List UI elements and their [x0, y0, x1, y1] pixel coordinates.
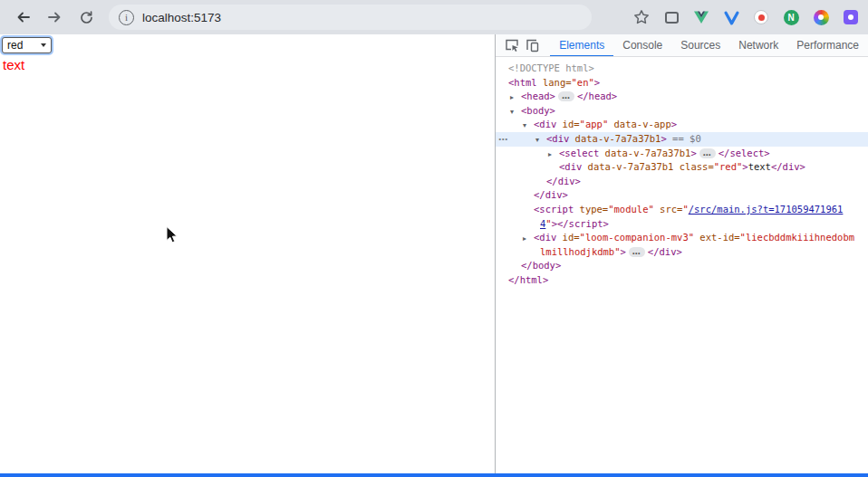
dom-tree-row[interactable]: ▸<div id="loom-companion-mv3" ext-id="li… [496, 231, 868, 245]
dom-tree-row[interactable]: <div data-v-7a7a37b1 class="red">text</d… [496, 160, 868, 175]
code-token-attr: id= [556, 119, 579, 129]
code-token-attr: lang= [537, 77, 572, 88]
toolbar-right-icons: N [633, 9, 859, 25]
dom-tree-row[interactable]: </body> [496, 259, 868, 273]
code-token-attr: src= [654, 204, 683, 215]
code-token-muted: <!DOCTYPE html> [508, 62, 594, 73]
dom-tree-row[interactable]: </html> [496, 273, 868, 288]
code-token-tag: <html [508, 77, 537, 88]
code-token-attr: data-v-7a7a37b1 [599, 148, 690, 158]
code-token-tag: <select [559, 148, 599, 158]
collapse-arrow-icon[interactable]: ▾ [523, 119, 526, 132]
reload-button[interactable] [76, 7, 96, 27]
code-token-val: "en" [572, 77, 594, 88]
forward-button[interactable] [44, 7, 64, 27]
dom-tree-row[interactable]: 4"></script> [496, 217, 868, 232]
code-token-tag: > [690, 148, 696, 158]
pinwheel-extension-icon[interactable] [813, 9, 829, 25]
dom-tree-row[interactable]: ▾<body> [496, 104, 868, 119]
purple-extension-icon[interactable] [843, 9, 859, 25]
dom-tree-row[interactable]: ▸<head>…</head> [496, 90, 868, 104]
code-token-tag: <div [559, 161, 582, 172]
code-token-val: "red" [714, 161, 743, 172]
devtools-tab-sources[interactable]: Sources [671, 34, 729, 57]
devtools-tab-network[interactable]: Network [729, 34, 787, 57]
collapse-arrow-icon[interactable]: ▾ [535, 133, 539, 147]
bookmark-star-icon[interactable] [633, 9, 650, 25]
expand-arrow-icon[interactable]: ▸ [548, 148, 552, 161]
code-token-tag: </div> [534, 189, 568, 200]
url-text: localhost:5173 [142, 11, 221, 24]
expand-arrow-icon[interactable]: ▸ [523, 232, 526, 245]
expand-arrow-icon[interactable]: ▸ [510, 91, 514, 104]
dom-tree-row[interactable]: ▾<div id="app" data-v-app> [496, 118, 868, 132]
nav-button-group [13, 7, 96, 27]
code-token-tag: <body> [521, 105, 555, 116]
inspect-element-icon[interactable] [503, 35, 522, 55]
code-token-val: "module" [608, 204, 654, 215]
device-toolbar-icon[interactable] [522, 35, 541, 55]
code-token-attr: data-v-7a7a37b1 [569, 133, 661, 144]
browser-window: i localhost:5173 N [0, 0, 868, 477]
dom-tree-row[interactable]: lmillhodjkdmb">…</div> [496, 245, 868, 260]
code-token-tag: </body> [521, 260, 561, 271]
code-token-text: text [748, 161, 771, 172]
devtools-tab-elements[interactable]: Elements [550, 34, 613, 57]
window-body: red text [0, 34, 868, 477]
devtools-tab-console[interactable]: Console [613, 34, 671, 57]
node-menu-dots-icon[interactable]: … [498, 130, 508, 145]
code-token-attr: id= [556, 232, 579, 243]
record-dot-icon [758, 14, 765, 21]
devtools-tab-performance[interactable]: Performance [787, 34, 868, 57]
color-select-value: red [7, 39, 23, 52]
code-token-attr: class= [673, 161, 713, 172]
dom-tree-row[interactable]: …▾<div data-v-7a7a37b1> == $0 [496, 132, 868, 147]
code-token-attr: data-v-app [608, 119, 671, 129]
page-viewport: red text [0, 34, 495, 477]
back-button[interactable] [13, 7, 33, 27]
collapse-arrow-icon[interactable]: ▾ [510, 105, 514, 119]
code-token-tag: </html> [508, 274, 548, 285]
tab-capture-extension-icon[interactable] [663, 9, 680, 25]
code-token-attr: ext-id= [694, 232, 740, 243]
dom-tree-row[interactable]: ▸<select data-v-7a7a37b1>…</select> [496, 147, 868, 161]
dom-tree: <!DOCTYPE html><html lang="en">▸<head>…<… [496, 57, 868, 477]
code-token-tag: </select> [719, 148, 770, 158]
code-token-tag: > [671, 119, 677, 129]
blue-v-extension-icon[interactable] [723, 9, 739, 25]
code-token-tag: <head> [521, 91, 555, 101]
purple-app-icon [844, 10, 858, 24]
code-token-tag: </div> [771, 161, 805, 172]
code-token-attr: data-v-7a7a37b1 [582, 161, 673, 172]
vue-devtools-extension-icon[interactable] [693, 9, 709, 25]
loom-extension-icon[interactable] [753, 9, 769, 25]
code-token-ellipsis: … [558, 91, 574, 101]
code-token-tag: </div> [648, 246, 682, 257]
dom-tree-row[interactable]: </div> [496, 175, 868, 189]
dom-tree-row[interactable]: <html lang="en"> [496, 76, 868, 91]
devtools-tabs: ElementsConsoleSourcesNetworkPerformance [550, 34, 868, 57]
code-token-val: "loom-companion-mv3" [580, 232, 694, 243]
address-bar[interactable]: i localhost:5173 [109, 5, 592, 30]
record-circle-icon [754, 10, 768, 24]
n-badge-icon: N [784, 10, 799, 25]
green-n-extension-icon[interactable]: N [783, 9, 799, 25]
resource-link[interactable]: /src/main.js?t=171059471961 [689, 204, 844, 215]
dom-tree-row[interactable]: </div> [496, 188, 868, 203]
vue-logo-icon [693, 10, 709, 24]
dom-tree-row[interactable]: <script type="module" src="/src/main.js?… [496, 203, 868, 217]
blue-checkmark-icon [724, 10, 739, 25]
code-token-tag: </div> [546, 176, 581, 186]
code-token-attr: type= [574, 204, 608, 215]
site-info-icon[interactable]: i [119, 10, 134, 25]
color-wheel-icon [814, 10, 829, 25]
code-token-tag: <div [534, 119, 556, 129]
code-token-ellipsis: … [699, 148, 716, 158]
code-token-eq: == $0 [667, 133, 701, 144]
forward-arrow-icon [49, 14, 60, 22]
code-token-tag: <script [534, 204, 574, 215]
code-token-val: "liecbddmkiiihnedobm [740, 232, 854, 243]
color-select[interactable]: red [2, 37, 52, 53]
select-chevron-icon [41, 43, 46, 47]
dom-tree-row[interactable]: <!DOCTYPE html> [496, 62, 868, 76]
